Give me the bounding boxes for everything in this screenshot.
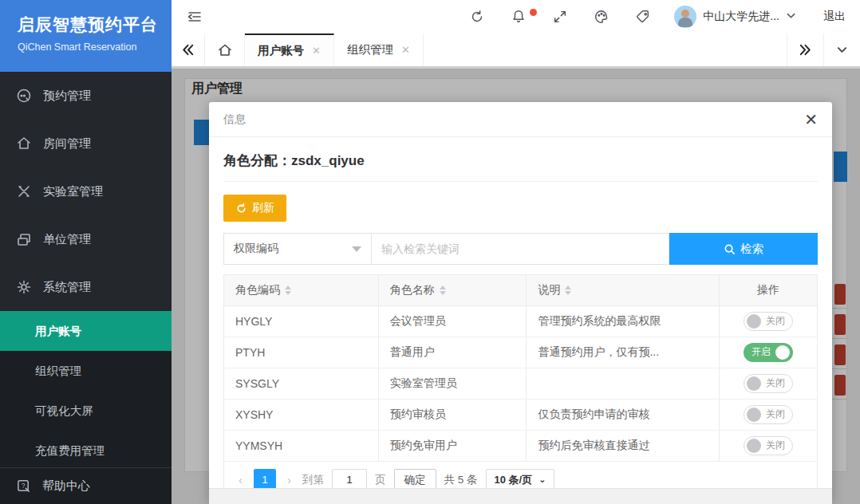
- tab-label: 用户账号: [258, 43, 304, 58]
- sidebar-item-units[interactable]: 单位管理: [0, 215, 172, 263]
- tab-user-accounts[interactable]: 用户账号 ✕: [245, 33, 334, 66]
- role-code: YYMSYH: [224, 430, 378, 461]
- goto-prefix-label: 到第: [302, 473, 324, 487]
- column-header: 角色编码: [235, 283, 280, 297]
- role-desc: 管理预约系统的最高权限: [527, 305, 719, 337]
- modal-footer: [209, 488, 832, 504]
- page-size-value: 10 条/页: [495, 473, 533, 487]
- content-area: 用户管理 信息 ✕ 角色分配：zsdx_qiyue 刷新: [172, 69, 860, 504]
- reservation-icon: [16, 88, 32, 104]
- role-toggle[interactable]: 关闭: [744, 374, 793, 393]
- role-name: 预约审核员: [378, 399, 527, 430]
- system-submenu: 用户账号 组织管理 可视化大屏 充值费用管理: [0, 311, 172, 471]
- tab-close-icon[interactable]: ✕: [312, 45, 321, 57]
- subitem-label: 用户账号: [35, 324, 81, 339]
- role-code: HYGLY: [224, 305, 378, 337]
- sidebar-subitem-user-accounts[interactable]: 用户账号: [0, 311, 172, 351]
- tab-org-management[interactable]: 组织管理 ✕: [334, 33, 424, 66]
- role-toggle[interactable]: 开启: [744, 343, 793, 362]
- role-toggle[interactable]: 关闭: [744, 405, 793, 424]
- role-name: 会议管理员: [378, 305, 527, 337]
- filter-field-select[interactable]: 权限编码: [223, 233, 371, 265]
- notification-badge: [530, 9, 537, 16]
- table-header-row: 角色编码 角色名称 说明 操作: [224, 275, 817, 305]
- role-toggle[interactable]: 关闭: [744, 436, 793, 455]
- sidebar-item-system[interactable]: 系统管理: [0, 263, 172, 311]
- sidebar-item-lab[interactable]: 实验室管理: [0, 167, 172, 215]
- refresh-icon[interactable]: [468, 8, 486, 26]
- svg-text:?: ?: [22, 482, 26, 490]
- logout-button[interactable]: 退出: [823, 10, 846, 24]
- subitem-label: 组织管理: [35, 364, 81, 379]
- fullscreen-icon[interactable]: [551, 8, 569, 26]
- column-header: 角色名称: [390, 283, 435, 297]
- role-code: XYSHY: [224, 399, 378, 430]
- tabs-menu-chevron-icon[interactable]: [823, 33, 860, 66]
- role-assignment-title: 角色分配：zsdx_qiyue: [223, 137, 818, 182]
- role-desc: 仅负责预约申请的审核: [527, 399, 719, 430]
- brand-logo: 启辰智慧预约平台 QiChen Smart Reservation: [0, 0, 172, 72]
- tools-icon: [16, 183, 32, 199]
- user-menu[interactable]: 中山大学先进...: [674, 6, 796, 28]
- prev-page-icon[interactable]: ‹: [235, 473, 246, 486]
- role-name: 实验室管理员: [378, 368, 527, 399]
- sidebar-item-rooms[interactable]: 房间管理: [0, 120, 172, 167]
- table-row: PTYH 普通用户 普通预约用户，仅有预... 开启: [224, 337, 817, 368]
- select-caret-icon: [352, 246, 361, 252]
- tabbar: 用户账号 ✕ 组织管理 ✕: [172, 33, 860, 69]
- brand-subtitle: QiChen Smart Reservation: [18, 41, 172, 53]
- role-desc: 预约后免审核直接通过: [527, 430, 719, 461]
- tabs-scroll-left-icon[interactable]: [172, 33, 205, 66]
- refresh-button[interactable]: 刷新: [223, 195, 286, 222]
- subitem-label: 可视化大屏: [35, 404, 93, 419]
- sidebar-item-label: 单位管理: [43, 232, 91, 247]
- chevron-down-icon: ⌄: [538, 474, 546, 485]
- tab-label: 组织管理: [347, 42, 393, 57]
- role-name: 预约免审用户: [378, 430, 527, 461]
- sort-icon[interactable]: [440, 285, 446, 295]
- role-toggle[interactable]: 关闭: [744, 312, 793, 331]
- tabbar-spacer: [424, 33, 787, 66]
- topbar: 中山大学先进... 退出: [172, 0, 860, 33]
- tab-home-icon[interactable]: [205, 33, 245, 66]
- tabs-scroll-right-icon[interactable]: [787, 33, 823, 66]
- table-row: SYSGLY 实验室管理员 关闭: [224, 368, 817, 399]
- theme-palette-icon[interactable]: [593, 8, 610, 26]
- sidebar-item-label: 预约管理: [43, 89, 91, 104]
- sidebar-item-label: 房间管理: [43, 136, 91, 152]
- sidebar-item-reservation[interactable]: 预约管理: [0, 72, 172, 120]
- help-label: 帮助中心: [42, 478, 90, 494]
- tag-icon[interactable]: [634, 8, 652, 26]
- filter-field-value: 权限编码: [234, 242, 278, 256]
- sidebar-subitem-org-management[interactable]: 组织管理: [0, 351, 172, 391]
- search-button[interactable]: 检索: [669, 233, 818, 265]
- sort-icon[interactable]: [285, 285, 291, 295]
- table-row: HYGLY 会议管理员 管理预约系统的最高权限 关闭: [224, 305, 817, 337]
- sidebar-item-help-center[interactable]: ? 帮助中心: [0, 467, 172, 504]
- role-assignment-modal: 信息 ✕ 角色分配：zsdx_qiyue 刷新 权限编码: [209, 102, 832, 504]
- sidebar-item-label: 系统管理: [43, 280, 91, 295]
- modal-header: 信息 ✕: [209, 102, 832, 137]
- subitem-label: 充值费用管理: [35, 443, 105, 459]
- sidebar-subitem-dashboard[interactable]: 可视化大屏: [0, 391, 172, 431]
- chevron-down-icon: [786, 10, 796, 24]
- total-count-label: 共 5 条: [444, 473, 478, 487]
- role-name: 普通用户: [378, 337, 527, 368]
- search-button-label: 检索: [740, 242, 763, 257]
- role-desc: 普通预约用户，仅有预...: [527, 337, 719, 368]
- column-header: 说明: [538, 283, 560, 297]
- sidebar-subitem-billing[interactable]: 充值费用管理: [0, 431, 172, 471]
- modal-header-title: 信息: [223, 112, 246, 127]
- sort-icon[interactable]: [565, 285, 571, 295]
- gear-icon: [16, 279, 32, 295]
- search-input[interactable]: [371, 233, 669, 265]
- next-page-icon[interactable]: ›: [284, 473, 294, 486]
- tab-close-icon[interactable]: ✕: [401, 44, 410, 56]
- refresh-label: 刷新: [252, 201, 274, 215]
- user-name: 中山大学先进...: [703, 10, 779, 24]
- notification-bell-icon[interactable]: [510, 8, 527, 26]
- close-icon[interactable]: ✕: [804, 112, 818, 128]
- collapse-menu-icon[interactable]: [186, 8, 203, 26]
- app-window: 启辰智慧预约平台 QiChen Smart Reservation 预约管理 房…: [0, 0, 860, 504]
- sidebar: 启辰智慧预约平台 QiChen Smart Reservation 预约管理 房…: [0, 0, 172, 504]
